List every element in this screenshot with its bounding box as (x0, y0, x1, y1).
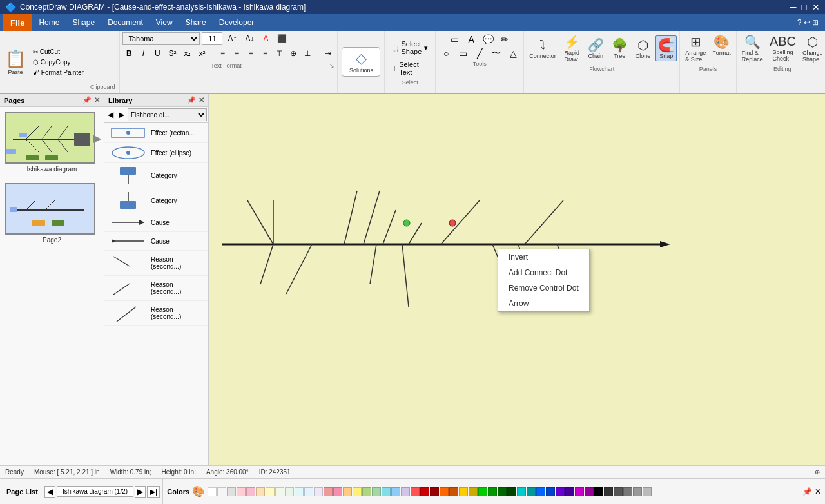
color-swatch[interactable] (256, 487, 265, 496)
color-swatch-white[interactable] (208, 487, 217, 496)
color-swatch[interactable] (469, 487, 478, 496)
superscript-btn[interactable]: x² (195, 47, 208, 61)
rectangle-tool[interactable]: ▭ (447, 32, 462, 46)
color-swatch[interactable] (401, 487, 410, 496)
color-swatch[interactable] (372, 487, 381, 496)
color-swatch[interactable] (498, 487, 507, 496)
color-swatch[interactable] (275, 487, 284, 496)
minimize-btn[interactable]: ─ (790, 2, 797, 12)
align-bottom[interactable]: ⊥ (301, 47, 314, 61)
font-color-btn[interactable]: A (259, 32, 272, 46)
pages-close-btn[interactable]: ✕ (94, 96, 100, 104)
lib-prev-btn[interactable]: ◀ (106, 110, 115, 120)
polygon-tool[interactable]: △ (505, 46, 521, 61)
font-size-increase[interactable]: A↑ (224, 32, 240, 46)
canvas-area[interactable]: of agency policy Changes in required lis… (209, 94, 825, 465)
strikethrough-btn[interactable]: S² (165, 47, 179, 61)
color-swatch[interactable] (430, 487, 439, 496)
text-tool[interactable]: A (463, 32, 479, 46)
align-center[interactable]: ≡ (230, 47, 243, 61)
document-menu[interactable]: Document (101, 14, 150, 31)
pin-icon[interactable]: 📌 (802, 487, 812, 496)
arrange-size-btn[interactable]: ⊞ Arrange& Size (683, 32, 708, 64)
list-item[interactable]: Reason (second...) (104, 251, 208, 276)
list-item[interactable]: Category (104, 163, 208, 188)
list-item[interactable]: Cause (104, 232, 208, 251)
color-swatch[interactable] (217, 487, 226, 496)
rapid-draw-btn[interactable]: ⚡ RapidDraw (561, 32, 583, 64)
developer-menu[interactable]: Developer (213, 14, 261, 31)
cut-button[interactable]: ✂ CutCut (30, 47, 87, 57)
color-swatch[interactable] (314, 487, 323, 496)
select-shape-btn[interactable]: ⬚ Select Shape ▾ (387, 38, 432, 57)
color-swatch[interactable] (575, 487, 584, 496)
color-swatch[interactable] (343, 487, 352, 496)
font-size-decrease[interactable]: A↓ (242, 32, 257, 46)
color-swatch[interactable] (478, 487, 487, 496)
color-swatch[interactable] (594, 487, 603, 496)
color-swatch[interactable] (227, 487, 236, 496)
font-size-input[interactable] (202, 32, 222, 45)
list-item[interactable]: Category (104, 188, 208, 213)
chain-btn[interactable]: 🔗 Chain (585, 35, 607, 61)
page-last-btn[interactable]: ▶| (147, 486, 160, 498)
align-right[interactable]: ≡ (244, 47, 257, 61)
page-thumb-2[interactable]: Page2 (0, 178, 104, 249)
italic-btn[interactable]: I (137, 47, 150, 61)
select-text-btn[interactable]: T Select Text (387, 59, 432, 78)
ctx-remove-control-dot[interactable]: Remove Control Dot (498, 280, 589, 296)
change-shape-btn[interactable]: ⬡ ChangeShape (800, 32, 825, 64)
clone-btn[interactable]: ⬡ Clone (633, 35, 654, 61)
color-swatch[interactable] (527, 487, 536, 496)
color-swatch[interactable] (440, 487, 449, 496)
page-next-btn[interactable]: ▶ (135, 486, 146, 498)
color-swatch[interactable] (246, 487, 255, 496)
home-menu[interactable]: Home (32, 14, 66, 31)
color-swatch[interactable] (633, 487, 642, 496)
color-swatch[interactable] (565, 487, 574, 496)
line-tool[interactable]: ╱ (472, 46, 487, 61)
color-swatch[interactable] (411, 487, 420, 496)
color-swatch[interactable] (333, 487, 342, 496)
callout-tool[interactable]: 💬 (480, 32, 496, 46)
subscript-btn[interactable]: x₂ (180, 47, 194, 61)
color-swatch[interactable] (362, 487, 371, 496)
color-swatch[interactable] (304, 487, 313, 496)
color-swatch[interactable] (420, 487, 429, 496)
maximize-btn[interactable]: □ (802, 2, 807, 12)
snap-btn[interactable]: 🧲 Snap (655, 35, 677, 61)
indent-btn[interactable]: ⇥ (322, 47, 335, 61)
color-swatch[interactable] (507, 487, 516, 496)
list-item[interactable]: Effect (rectan... (104, 123, 208, 143)
list-item[interactable]: Reason (second...) (104, 301, 208, 326)
tree-btn[interactable]: 🌳 Tree (609, 35, 630, 61)
color-swatch[interactable] (285, 487, 294, 496)
color-panel-icon[interactable]: 🎨 (192, 485, 205, 498)
color-swatch[interactable] (546, 487, 555, 496)
file-menu-btn[interactable]: File (3, 14, 32, 31)
color-swatch[interactable] (604, 487, 613, 496)
connector-btn[interactable]: ⤵ Connector (527, 36, 559, 61)
color-swatch[interactable] (382, 487, 391, 496)
color-swatch[interactable] (449, 487, 458, 496)
paste-button[interactable]: 📋 Paste (3, 32, 28, 92)
lib-next-btn[interactable]: ▶ (117, 110, 126, 120)
bold-btn[interactable]: B (122, 47, 135, 61)
color-swatch[interactable] (536, 487, 545, 496)
ctx-add-connect-dot[interactable]: Add Connect Dot (498, 265, 589, 280)
spelling-btn[interactable]: ABC SpellingCheck (767, 32, 799, 64)
close-btn[interactable]: ✕ (812, 2, 820, 12)
view-menu[interactable]: View (150, 14, 179, 31)
find-replace-btn[interactable]: 🔍 Find &Replace (739, 32, 766, 64)
color-swatch[interactable] (459, 487, 468, 496)
shape-menu[interactable]: Shape (66, 14, 101, 31)
page-tab-current[interactable]: Ishikawa diagram (1/2) (57, 486, 133, 497)
highlight-btn[interactable]: ⬛ (274, 32, 290, 46)
pages-pin-btn[interactable]: 📌 (82, 96, 92, 104)
library-close-btn[interactable]: ✕ (199, 96, 204, 104)
underline-btn[interactable]: U (151, 47, 164, 61)
pencil-tool[interactable]: ✏ (497, 32, 512, 46)
page-first-btn[interactable]: ◀ (44, 486, 55, 498)
color-swatch[interactable] (614, 487, 623, 496)
color-swatch[interactable] (266, 487, 275, 496)
